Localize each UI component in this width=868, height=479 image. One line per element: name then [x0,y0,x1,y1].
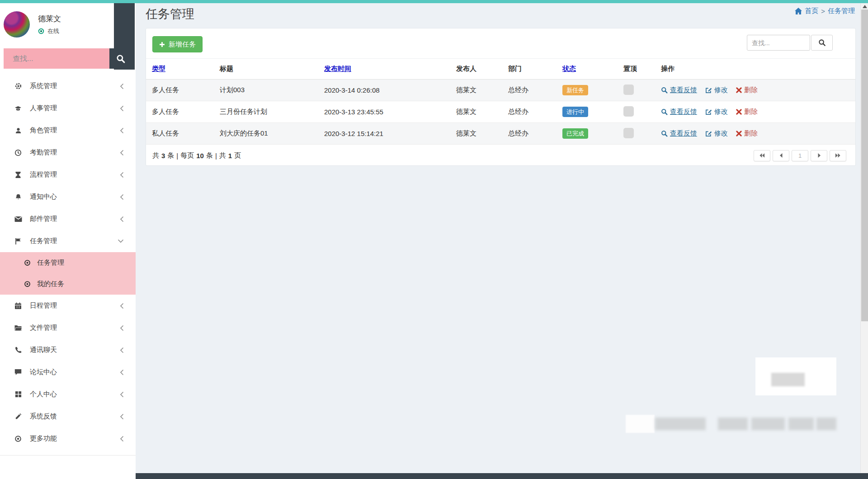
sidebar: 德莱文 在线 系统管理 [0,3,136,479]
sidebar-item-label: 流程管理 [30,170,120,179]
cell-publisher: 德莱文 [450,129,502,138]
redacted-block [788,418,814,430]
sidebar-item-chat[interactable]: 通讯聊天 [0,339,136,361]
online-status-icon [38,28,44,34]
sidebar-item-feedback[interactable]: 系统反馈 [0,405,136,427]
breadcrumb-separator: > [821,7,825,15]
chevron-right-icon [120,105,124,112]
chevron-right-icon [120,127,124,134]
pager-next-button[interactable] [811,150,827,161]
breadcrumb-current-link[interactable]: 任务管理 [828,7,855,15]
main-content: 首页 > 任务管理 任务管理 新增任务 类型 标题 [136,3,860,474]
sidebar-item-more[interactable]: 更多功能 [0,427,136,450]
edit-icon [705,130,712,137]
delete-link[interactable]: 删除 [736,86,758,94]
cell-title: 计划003 [214,86,318,94]
chevron-right-icon [120,216,124,222]
column-header-status[interactable]: 状态 [557,65,618,73]
pager-last-button[interactable] [830,150,846,161]
sidebar-item-label: 文件管理 [30,324,120,332]
status-badge: 已完成 [562,128,588,139]
table-search-button[interactable] [811,35,833,51]
sidebar-item-workflow[interactable]: 流程管理 [0,164,136,186]
chevron-right-icon [120,83,124,89]
column-header-type[interactable]: 类型 [146,65,214,73]
graduation-cap-icon [14,105,23,112]
sidebar-item-label: 邮件管理 [30,215,120,223]
pagination-bar: 共3条 | 每页10条 | 共1页 1 [146,145,855,166]
delete-link[interactable]: 删除 [736,108,758,116]
sidebar-item-attendance[interactable]: 考勤管理 [0,141,136,164]
column-header-title: 标题 [214,65,318,73]
home-icon [795,8,802,14]
chevron-right-icon [120,150,124,156]
sidebar-item-label: 通知中心 [30,193,120,201]
sidebar-subitem-label: 任务管理 [37,258,136,267]
column-header-publish-time[interactable]: 发布时间 [318,65,450,73]
table-search-input[interactable] [747,35,810,51]
scrollbar-thumb[interactable] [861,9,868,321]
column-header-pin: 置顶 [618,65,655,73]
sidebar-item-tasks[interactable]: 任务管理 [0,230,136,252]
edit-link[interactable]: 修改 [705,86,728,94]
sidebar-item-label: 任务管理 [30,237,118,245]
sidebar-item-schedule[interactable]: 日程管理 [0,295,136,317]
panel-search [747,35,833,51]
sidebar-item-roles[interactable]: 角色管理 [0,119,136,141]
sidebar-search-button[interactable] [109,48,132,69]
view-feedback-link[interactable]: 查看反馈 [661,86,697,94]
edit-link[interactable]: 修改 [705,108,728,116]
delete-link[interactable]: 删除 [736,129,758,138]
scrollbar-track[interactable] [860,3,868,474]
sidebar-item-hr[interactable]: 人事管理 [0,97,136,119]
pager-page-button[interactable]: 1 [792,150,808,161]
pin-toggle[interactable] [623,106,634,117]
chevron-right-icon [120,303,124,309]
breadcrumb-home-link[interactable]: 首页 [805,7,818,15]
sidebar-subitem-my-tasks[interactable]: 我的任务 [0,273,136,295]
column-header-publisher: 发布人 [450,65,502,73]
sidebar-item-notifications[interactable]: 通知中心 [0,186,136,208]
sidebar-subitem-task-management[interactable]: 任务管理 [0,252,136,273]
view-feedback-link[interactable]: 查看反馈 [661,129,697,138]
x-icon [736,87,742,93]
x-icon [736,109,742,115]
sidebar-item-forum[interactable]: 论坛中心 [0,361,136,383]
top-accent-bar [0,0,868,3]
redacted-block [626,415,655,433]
cell-time: 2020-3-14 0:26:08 [318,86,450,94]
sidebar-item-label: 角色管理 [30,126,120,135]
clock-icon [14,149,23,156]
sidebar-divider [0,455,136,456]
task-panel: 新增任务 类型 标题 发布时间 发布人 部门 状态 置顶 操作 [146,28,856,166]
sidebar-item-system[interactable]: 系统管理 [0,75,136,97]
edit-icon [705,108,712,115]
view-feedback-link[interactable]: 查看反馈 [661,108,697,116]
redacted-block [771,373,805,386]
sidebar-item-label: 系统管理 [30,82,120,90]
pager-first-button[interactable] [754,150,770,161]
search-icon [661,87,668,94]
add-task-label: 新增任务 [169,40,196,49]
sidebar-menu: 系统管理 人事管理 角色管理 考勤管理 流程管理 [0,75,136,450]
chevron-right-icon [120,413,124,420]
chevron-right-icon [816,153,822,158]
avatar[interactable] [4,11,30,38]
sidebar-item-mail[interactable]: 邮件管理 [0,208,136,230]
pin-toggle[interactable] [623,85,634,95]
status-badge: 进行中 [562,107,588,117]
cell-department: 总经办 [502,108,557,116]
sidebar-search-input[interactable] [4,48,109,69]
chevron-right-icon [120,347,124,353]
edit-link[interactable]: 修改 [705,129,728,138]
add-task-button[interactable]: 新增任务 [152,36,203,52]
sidebar-item-profile[interactable]: 个人中心 [0,383,136,405]
cell-title: 三月份任务计划 [214,108,318,116]
chevron-right-icon [120,369,124,376]
cell-time: 2020-3-12 15:14:21 [318,130,450,137]
pin-toggle[interactable] [623,128,634,138]
pager-prev-button[interactable] [773,150,789,161]
cell-publisher: 德莱文 [450,108,502,116]
scrollbar-up-arrow[interactable] [863,5,867,8]
sidebar-item-files[interactable]: 文件管理 [0,317,136,339]
